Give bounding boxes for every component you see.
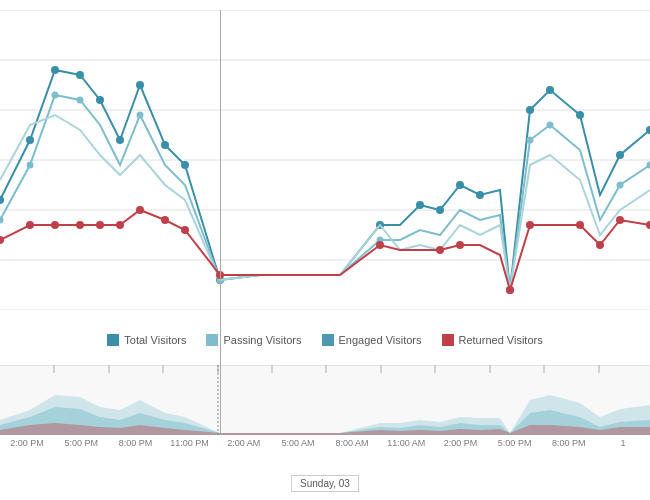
svg-point-14 <box>161 141 169 149</box>
svg-point-45 <box>116 221 124 229</box>
svg-point-7 <box>0 196 4 204</box>
time-label-9: 5:00 PM <box>488 438 542 448</box>
svg-point-26 <box>616 151 624 159</box>
time-label-7: 11:00 AM <box>379 438 433 448</box>
svg-point-12 <box>116 136 124 144</box>
svg-point-46 <box>136 206 144 214</box>
main-chart <box>0 10 650 320</box>
svg-point-50 <box>376 241 384 249</box>
legend-label-passing: Passing Visitors <box>223 334 301 346</box>
time-label-6: 8:00 AM <box>325 438 379 448</box>
svg-point-20 <box>456 181 464 189</box>
svg-point-32 <box>137 112 144 119</box>
time-label-11: 1 <box>596 438 650 448</box>
legend-item-returned: Returned Visitors <box>442 334 543 346</box>
svg-point-38 <box>617 182 624 189</box>
svg-point-54 <box>526 221 534 229</box>
svg-point-23 <box>526 106 534 114</box>
svg-point-56 <box>596 241 604 249</box>
time-label-4: 2:00 AM <box>217 438 271 448</box>
legend-label-total: Total Visitors <box>124 334 186 346</box>
svg-point-52 <box>456 241 464 249</box>
svg-point-55 <box>576 221 584 229</box>
svg-point-28 <box>0 217 4 224</box>
svg-point-29 <box>27 162 34 169</box>
svg-point-9 <box>51 66 59 74</box>
svg-point-42 <box>51 221 59 229</box>
legend-label-engaged: Engaged Visitors <box>339 334 422 346</box>
svg-point-19 <box>436 206 444 214</box>
time-label-5: 5:00 AM <box>271 438 325 448</box>
chart-container: Total Visitors Passing Visitors Engaged … <box>0 0 650 500</box>
svg-point-11 <box>96 96 104 104</box>
svg-point-13 <box>136 81 144 89</box>
legend-color-total <box>107 334 119 346</box>
svg-point-15 <box>181 161 189 169</box>
legend-label-returned: Returned Visitors <box>459 334 543 346</box>
legend-color-engaged <box>322 334 334 346</box>
svg-point-10 <box>76 71 84 79</box>
mini-chart <box>0 365 650 435</box>
legend-color-passing <box>206 334 218 346</box>
svg-point-43 <box>76 221 84 229</box>
svg-point-44 <box>96 221 104 229</box>
svg-point-21 <box>476 191 484 199</box>
svg-point-30 <box>52 92 59 99</box>
svg-point-53 <box>506 286 514 294</box>
time-label-1: 5:00 PM <box>54 438 108 448</box>
svg-point-31 <box>77 97 84 104</box>
chart-legend: Total Visitors Passing Visitors Engaged … <box>0 325 650 355</box>
time-label-3: 11:00 PM <box>163 438 217 448</box>
svg-point-24 <box>546 86 554 94</box>
svg-point-25 <box>576 111 584 119</box>
svg-point-58 <box>646 221 650 229</box>
time-label-10: 8:00 PM <box>542 438 596 448</box>
svg-point-8 <box>26 136 34 144</box>
time-label-0: 2:00 PM <box>0 438 54 448</box>
svg-point-51 <box>436 246 444 254</box>
svg-point-36 <box>527 137 534 144</box>
svg-point-57 <box>616 216 624 224</box>
date-label: Sunday, 03 <box>291 475 359 492</box>
legend-item-engaged: Engaged Visitors <box>322 334 422 346</box>
svg-point-41 <box>26 221 34 229</box>
svg-point-48 <box>181 226 189 234</box>
legend-color-returned <box>442 334 454 346</box>
time-label-2: 8:00 PM <box>108 438 162 448</box>
svg-point-47 <box>161 216 169 224</box>
legend-item-total: Total Visitors <box>107 334 186 346</box>
svg-point-18 <box>416 201 424 209</box>
current-time-line <box>220 10 221 435</box>
time-axis: 2:00 PM 5:00 PM 8:00 PM 11:00 PM 2:00 AM… <box>0 435 650 460</box>
svg-point-37 <box>547 122 554 129</box>
time-label-8: 2:00 PM <box>433 438 487 448</box>
